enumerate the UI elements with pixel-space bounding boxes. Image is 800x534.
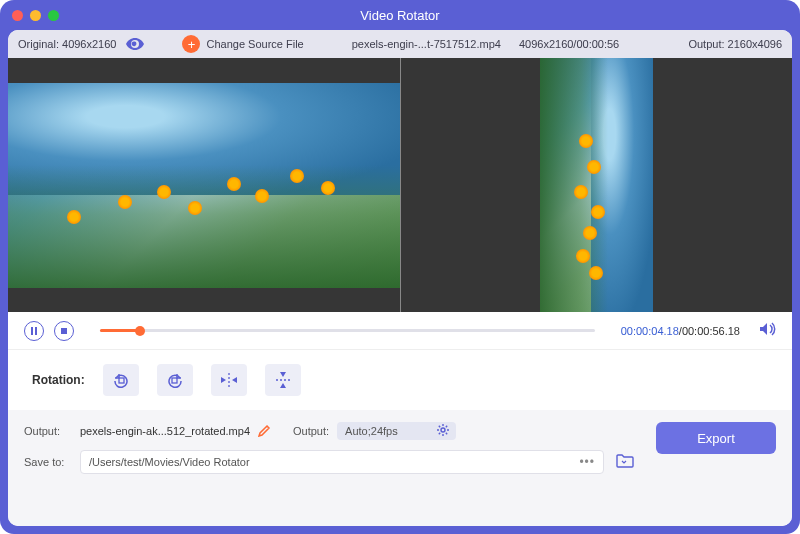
save-path-text: /Users/test/Movies/Video Rotator [89,456,571,468]
source-fileinfo: 4096x2160/00:00:56 [519,38,619,50]
preview-toggle-icon[interactable] [126,38,144,50]
original-resolution: Original: 4096x2160 [18,38,116,50]
source-filename: pexels-engin-...t-7517512.mp4 [352,38,501,50]
preview-original [8,58,401,312]
original-info: Original: 4096x2160 [18,38,144,50]
gear-icon[interactable] [436,423,450,439]
save-to-label: Save to: [24,456,72,468]
rotation-label: Rotation: [32,373,85,387]
output-file-label: Output: [24,425,72,437]
rotate-ccw-button[interactable] [103,364,139,396]
output-settings: Output: pexels-engin-ak...512_rotated.mp… [24,422,634,516]
export-button[interactable]: Export [656,422,776,454]
output-format-selector[interactable]: Auto;24fps [337,422,456,440]
minimize-icon[interactable] [30,10,41,21]
svg-rect-2 [61,328,67,334]
window-title: Video Rotator [0,8,800,23]
browse-icon[interactable]: ••• [579,455,595,469]
output-resolution: Output: 2160x4096 [688,38,782,50]
time-total: 00:00:56.18 [682,325,740,337]
playback-controls: 00:00:04.18/00:00:56.18 [8,312,792,350]
plus-icon: + [182,35,200,53]
save-to-row: Save to: /Users/test/Movies/Video Rotato… [24,450,634,474]
edit-filename-icon[interactable] [258,424,271,439]
close-icon[interactable] [12,10,23,21]
app-window: Video Rotator Original: 4096x2160 + Chan… [0,0,800,534]
preview-area [8,58,792,312]
output-format-value: Auto;24fps [345,425,398,437]
original-video-frame [8,83,400,288]
window-controls [12,10,59,21]
pause-button[interactable] [24,321,44,341]
svg-rect-0 [31,327,33,335]
change-source-button[interactable]: + Change Source File [182,35,303,53]
svg-point-5 [441,428,445,432]
maximize-icon[interactable] [48,10,59,21]
output-format-label: Output: [293,425,329,437]
svg-rect-1 [35,327,37,335]
output-file-row: Output: pexels-engin-ak...512_rotated.mp… [24,422,634,440]
topbar: Original: 4096x2160 + Change Source File… [8,30,792,58]
titlebar: Video Rotator [0,0,800,30]
timecode: 00:00:04.18/00:00:56.18 [621,325,740,337]
stop-button[interactable] [54,321,74,341]
flip-vertical-button[interactable] [265,364,301,396]
actions: Export [646,422,776,516]
change-source-label: Change Source File [206,38,303,50]
preview-rotated [401,58,793,312]
open-folder-icon[interactable] [616,454,634,470]
rotated-video-frame [540,58,653,312]
playback-slider[interactable] [100,321,595,341]
rotation-controls: Rotation: [8,350,792,410]
flip-horizontal-button[interactable] [211,364,247,396]
bottom-panel: Output: pexels-engin-ak...512_rotated.mp… [8,410,792,526]
save-path-input[interactable]: /Users/test/Movies/Video Rotator ••• [80,450,604,474]
volume-icon[interactable] [760,322,776,340]
rotate-cw-button[interactable] [157,364,193,396]
time-current: 00:00:04.18 [621,325,679,337]
output-format-group: Output: Auto;24fps [293,422,456,440]
output-filename: pexels-engin-ak...512_rotated.mp4 [80,425,250,437]
content-area: Original: 4096x2160 + Change Source File… [8,30,792,526]
